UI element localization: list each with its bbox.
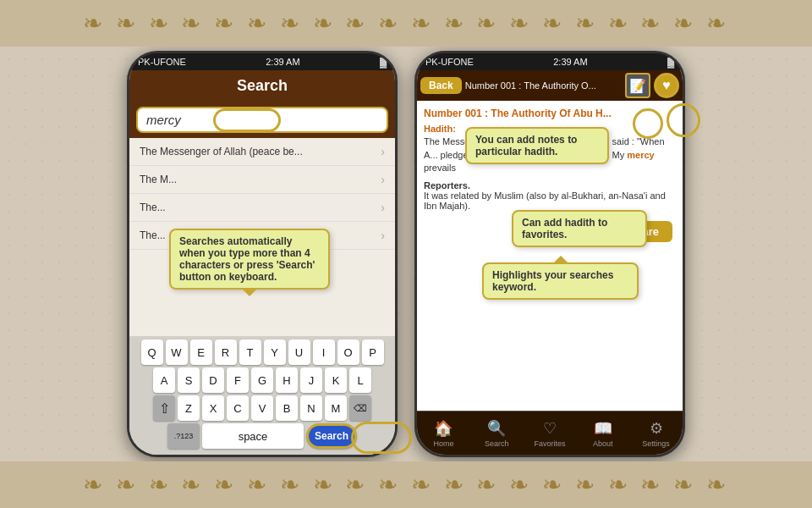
key-s[interactable]: S [178,367,200,393]
settings-label: Settings [642,439,670,448]
keyboard-row-3: ⇧ Z X C V B N M ⌫ [131,395,393,421]
search-nav-icon: 🔍 [487,419,506,438]
highlight-tooltip-text: Highlights your searches keyword. [492,269,613,293]
result-item-2[interactable]: The M... › [129,166,395,194]
key-h[interactable]: H [276,367,298,393]
time-right: 2:39 AM [553,57,587,67]
fav-icon-callout [667,103,700,137]
add-favorite-button[interactable]: ♥ [654,73,679,98]
key-z[interactable]: Z [178,395,200,421]
reader-nav-bar: Back Number 001 : The Authority O... 📝 ♥ [417,70,683,101]
fav-tooltip: Can add hadith to favorites. [512,210,647,247]
hadith-label: Hadith: [424,124,456,134]
key-x[interactable]: X [202,395,224,421]
hadith-text-after: prevails [424,163,456,173]
chevron-icon-1: › [381,145,385,158]
about-label: About [593,439,613,448]
result-item-3[interactable]: The... › [129,194,395,222]
key-t[interactable]: T [239,340,261,365]
bottom-nav-bar: 🏠 Home 🔍 Search ♡ Favorites 📖 About ⚙ [417,411,683,455]
add-note-button[interactable]: 📝 [625,73,650,98]
back-button[interactable]: Back [420,77,462,94]
key-c[interactable]: C [227,395,249,421]
keyboard-row-2: A S D F G H J K L [131,367,393,393]
floral-bottom-border: ❧ ❧ ❧ ❧ ❧ ❧ ❧ ❧ ❧ ❧ ❧ ❧ ❧ ❧ ❧ ❧ ❧ ❧ ❧ ❧ [0,461,812,508]
carrier-right: PK-UFONE [425,57,474,67]
nav-item-search[interactable]: 🔍 Search [470,411,524,455]
favorites-icon: ♡ [543,419,557,438]
key-d[interactable]: D [202,367,224,393]
result-text-4: The... [140,229,166,241]
battery-left: ▓ [380,57,387,67]
floral-pattern-top: ❧ ❧ ❧ ❧ ❧ ❧ ❧ ❧ ❧ ❧ ❧ ❧ ❧ ❧ ❧ ❧ ❧ ❧ ❧ ❧ [83,9,729,37]
home-label: Home [433,439,453,448]
nav-item-favorites[interactable]: ♡ Favorites [524,411,577,455]
key-123[interactable]: .?123 [167,423,200,449]
search-input-callout [213,108,281,132]
key-n[interactable]: N [300,395,322,421]
chevron-icon-4: › [381,229,385,242]
key-y[interactable]: Y [264,340,286,365]
chevron-icon-2: › [381,173,385,186]
time-left: 2:39 AM [266,57,299,67]
result-text-3: The... [140,202,166,213]
key-u[interactable]: U [288,340,310,365]
key-e[interactable]: E [190,340,212,365]
result-item-1[interactable]: The Messenger of Allah (peace be... › [129,138,395,166]
note-tooltip-text: You can add notes to particular hadith. [475,134,577,157]
nav-item-home[interactable]: 🏠 Home [417,411,470,455]
search-button[interactable]: Search [306,423,357,449]
result-text-1: The Messenger of Allah (peace be... [140,146,303,157]
key-j[interactable]: J [300,367,322,393]
floral-pattern-bottom: ❧ ❧ ❧ ❧ ❧ ❧ ❧ ❧ ❧ ❧ ❧ ❧ ❧ ❧ ❧ ❧ ❧ ❧ ❧ ❧ [83,471,729,499]
nav-item-settings[interactable]: ⚙ Settings [629,411,683,455]
keyboard-tooltip: Searches automatically when you type mor… [169,229,330,290]
key-m[interactable]: M [325,395,347,421]
status-bar-left: PK-UFONE 2:39 AM ▓ [129,53,395,70]
highlighted-keyword: mercy [627,150,654,160]
space-key[interactable]: space [202,423,304,449]
home-icon: 🏠 [434,419,453,438]
key-f[interactable]: F [227,367,249,393]
note-tooltip: You can add notes to particular hadith. [465,127,609,164]
keyboard-tooltip-text: Searches automatically when you type mor… [179,235,315,283]
reporters-text: It was related by Muslim (also by al-Buk… [424,190,666,211]
search-button-callout [351,422,412,454]
key-g[interactable]: G [251,367,273,393]
reporters-label: Reporters. [424,180,470,190]
settings-icon: ⚙ [650,419,663,438]
key-q[interactable]: Q [141,340,163,365]
key-o[interactable]: O [337,340,359,365]
highlight-tooltip: Highlights your searches keyword. [482,262,639,300]
carrier-left: PK-UFONE [138,57,186,67]
key-a[interactable]: A [153,367,175,393]
favorites-label: Favorites [534,439,565,448]
shift-key[interactable]: ⇧ [153,395,175,421]
keyboard-row-1: Q W E R T Y U I O P [131,340,393,365]
search-nav-label: Search [485,439,509,448]
search-header: Search [129,70,395,102]
key-r[interactable]: R [215,340,237,365]
breadcrumb: Number 001 : The Authority O... [465,80,622,91]
key-l[interactable]: L [349,367,371,393]
key-v[interactable]: V [251,395,273,421]
key-i[interactable]: I [313,340,335,365]
chevron-icon-3: › [381,201,385,214]
note-icon-callout [633,108,663,139]
key-b[interactable]: B [276,395,298,421]
fav-tooltip-text: Can add hadith to favorites. [522,217,607,240]
result-text-2: The M... [140,174,177,185]
status-bar-right: PK-UFONE 2:39 AM ▓ [417,53,683,70]
about-icon: 📖 [594,419,612,438]
nav-item-about[interactable]: 📖 About [576,411,629,455]
battery-right: ▓ [667,57,674,67]
floral-top-border: ❧ ❧ ❧ ❧ ❧ ❧ ❧ ❧ ❧ ❧ ❧ ❧ ❧ ❧ ❧ ❧ ❧ ❧ ❧ ❧ [0,0,812,47]
delete-key[interactable]: ⌫ [349,395,371,421]
key-k[interactable]: K [325,367,347,393]
key-w[interactable]: W [166,340,188,365]
key-p[interactable]: P [362,340,384,365]
reporters-section: Reporters. It was related by Muslim (als… [424,180,676,211]
